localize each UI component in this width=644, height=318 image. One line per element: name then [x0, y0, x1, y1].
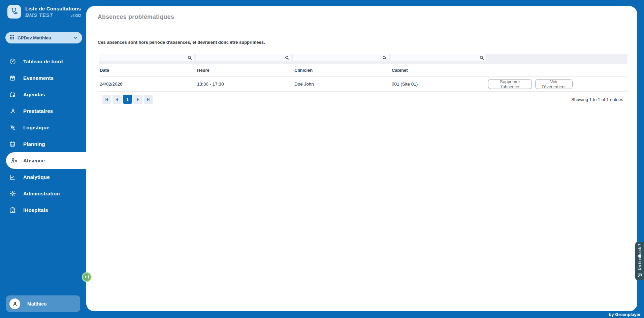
page-title: Absences problématiques: [98, 13, 174, 21]
chevron-down-icon: [73, 35, 78, 40]
chart-icon: [9, 173, 16, 181]
walking-person-icon: [10, 157, 18, 164]
view-event-button[interactable]: Voir l'événement: [535, 79, 573, 89]
sidebar-item-label: Agendas: [23, 92, 45, 97]
sidebar-item-administration[interactable]: Administration: [0, 185, 86, 202]
sidebar-item-label: Administration: [23, 191, 60, 196]
sidebar-item-label: iHospitals: [23, 207, 48, 213]
feedback-label: Un feedback ?: [638, 244, 642, 270]
filter-cell-date: [99, 54, 194, 61]
page-note: Ces absences sont hors période d'absence…: [98, 40, 265, 45]
search-icon[interactable]: [382, 55, 387, 60]
filter-input-heure[interactable]: [196, 54, 285, 61]
sidebar-item-label: Tableau de bord: [23, 59, 63, 64]
table-filter-row: [99, 54, 627, 64]
main-panel: Absences problématiques Ces absences son…: [86, 6, 637, 311]
table-header-row: Date Heure Clinicien Cabinet: [99, 64, 627, 77]
sidebar-item-label: Prestataires: [23, 108, 53, 114]
filter-cell-heure: [196, 54, 291, 61]
cell-clinicien: Doe John: [293, 82, 391, 87]
sidebar-item-agendas[interactable]: Agendas: [0, 86, 86, 103]
filter-cell-cabinet: [391, 54, 486, 61]
cell-cabinet: 001 (Site 01): [391, 82, 488, 87]
filter-input-clinicien[interactable]: [293, 54, 382, 61]
pagination-first-button[interactable]: [102, 95, 111, 104]
filter-input-cabinet[interactable]: [391, 54, 479, 61]
search-icon[interactable]: [187, 55, 192, 60]
sidebar-collapse-button[interactable]: [82, 272, 92, 282]
app-logo-row: Liste de Consultations BMS TEST v2.082: [7, 5, 79, 19]
table-footer: 1 Showing 1 to 1 of 1 entries: [99, 95, 627, 104]
hospital-icon: [9, 206, 16, 214]
calendar-badge-icon: [9, 91, 16, 98]
gear-icon: [9, 190, 16, 197]
filter-input-date[interactable]: [99, 54, 187, 61]
sidebar-item-ihospitals[interactable]: iHospitals: [0, 202, 86, 218]
grid-icon: [10, 35, 14, 40]
sidebar: Liste de Consultations BMS TEST v2.082 G…: [0, 0, 86, 318]
sidebar-item-analytique[interactable]: Analytique: [0, 169, 86, 185]
stethoscope-icon: [10, 7, 18, 17]
table-row: 24/02/2026 13:30 - 17:30 Doe John 001 (S…: [99, 77, 627, 92]
sidebar-item-logistique[interactable]: Logistique: [0, 119, 86, 136]
column-header-date[interactable]: Date: [99, 68, 196, 73]
search-icon[interactable]: [285, 55, 290, 60]
pagination-last-button[interactable]: [144, 95, 153, 104]
user-name: Matthieu: [27, 301, 47, 307]
sidebar-item-tableau-de-bord[interactable]: Tableau de bord: [0, 53, 86, 70]
sidebar-item-label: Analytique: [23, 174, 50, 180]
sidebar-item-prestataires[interactable]: Prestataires: [0, 103, 86, 119]
sidebar-item-label: Evenements: [23, 75, 54, 81]
search-icon[interactable]: [479, 55, 484, 60]
pagination-page-1[interactable]: 1: [123, 95, 132, 104]
gauge-icon: [9, 58, 16, 65]
workspace-label: GPDev Matthieu: [18, 35, 51, 40]
pagination-prev-button[interactable]: [112, 95, 122, 104]
entries-summary: Showing 1 to 1 of 1 entries: [571, 97, 623, 102]
filter-cell-clinicien: [293, 54, 389, 61]
sidebar-item-label: Absence: [23, 158, 45, 163]
sidebar-nav: Tableau de bord Evenements Agendas: [0, 53, 86, 218]
absences-table: Date Heure Clinicien Cabinet 24/02/2026 …: [99, 54, 627, 104]
trolley-icon: [9, 124, 16, 131]
chat-bubble-icon: [638, 273, 642, 279]
sidebar-item-absence[interactable]: Absence: [6, 152, 86, 169]
collapse-arrow-icon: [85, 274, 89, 280]
user-card[interactable]: Matthieu: [6, 295, 80, 312]
pagination-next-button[interactable]: [133, 95, 142, 104]
sidebar-item-evenements[interactable]: Evenements: [0, 70, 86, 86]
workspace-selector[interactable]: GPDev Matthieu: [5, 32, 82, 43]
sidebar-item-label: Planning: [23, 141, 45, 147]
column-header-heure[interactable]: Heure: [196, 68, 293, 73]
user-group-icon: [9, 107, 16, 115]
app-title: Liste de Consultations: [25, 6, 81, 11]
footer-credit: by Greenplayer: [609, 312, 641, 317]
sidebar-item-label: Logistique: [23, 125, 50, 130]
column-header-clinicien[interactable]: Clinicien: [293, 68, 391, 73]
column-header-cabinet[interactable]: Cabinet: [391, 68, 488, 73]
app-version: v2.082: [71, 14, 81, 18]
calendar-icon: [9, 74, 16, 82]
app-logo: [7, 5, 21, 19]
avatar: [9, 298, 20, 309]
calendar-grid-icon: [9, 140, 16, 148]
cell-date: 24/02/2026: [99, 82, 196, 87]
feedback-tab[interactable]: Un feedback ?: [635, 242, 644, 280]
app-subtitle: BMS TEST: [25, 12, 53, 18]
cell-heure: 13:30 - 17:30: [196, 82, 293, 87]
sidebar-item-planning[interactable]: Planning: [0, 136, 86, 152]
delete-absence-button[interactable]: Supprimer l'absence: [488, 79, 532, 89]
pagination: 1: [102, 95, 153, 104]
